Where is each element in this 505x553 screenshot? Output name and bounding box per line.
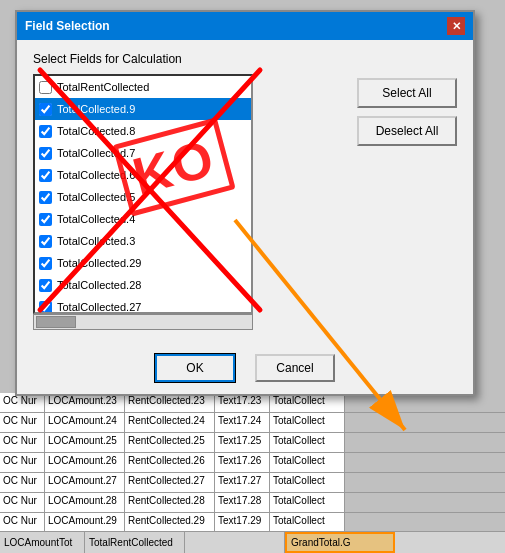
list-item-label-2: TotalCollected.8 [57,125,135,137]
list-item[interactable]: TotalCollected.5 [35,186,251,208]
list-item-label-1: TotalCollected.9 [57,103,135,115]
table-row: OC Nur LOCAmount.25 RentCollected.25 Tex… [0,433,505,453]
list-item-label-3: TotalCollected.7 [57,147,135,159]
dialog-footer: OK Cancel [17,342,473,394]
cell-rent-26: RentCollected.26 [125,453,215,472]
field-selection-dialog: Field Selection ✕ Select Fields for Calc… [15,10,475,396]
table-row: OC Nur LOCAmount.26 RentCollected.26 Tex… [0,453,505,473]
cell-rent-24: RentCollected.24 [125,413,215,432]
dialog-close-button[interactable]: ✕ [447,17,465,35]
select-all-button[interactable]: Select All [357,78,457,108]
list-item-checkbox-4[interactable] [39,169,52,182]
status-bar: LOCAmountTot TotalRentCollected GrandTot… [0,531,505,553]
list-item-checkbox-1[interactable] [39,103,52,116]
table-row: OC Nur LOCAmount.23 RentCollected.23 Tex… [0,393,505,413]
list-item-checkbox-5[interactable] [39,191,52,204]
button-panel: Select All Deselect All [357,74,457,330]
list-item[interactable]: TotalCollected.4 [35,208,251,230]
list-item-label-5: TotalCollected.5 [57,191,135,203]
table-row: OC Nur LOCAmount.27 RentCollected.27 Tex… [0,473,505,493]
cell-loc-25: LOCAmount.25 [45,433,125,452]
list-horizontal-scrollbar[interactable] [33,314,253,330]
cell-text-29: Text17.29 [215,513,270,532]
list-item-checkbox-7[interactable] [39,235,52,248]
status-grand-total: GrandTotal.G [285,532,395,553]
list-item-label-7: TotalCollected.3 [57,235,135,247]
cell-total-25: TotalCollect [270,433,345,452]
table-row: OC Nur LOCAmount.29 RentCollected.29 Tex… [0,513,505,533]
cell-total-26: TotalCollect [270,453,345,472]
list-item[interactable]: TotalCollected.27 [35,296,251,314]
cell-text-28: Text17.28 [215,493,270,512]
list-item[interactable]: TotalCollected.29 [35,252,251,274]
cell-rent-29: RentCollected.29 [125,513,215,532]
list-item-label-8: TotalCollected.29 [57,257,141,269]
cell-loc-24: LOCAmount.24 [45,413,125,432]
cancel-button[interactable]: Cancel [255,354,335,382]
list-item-label-10: TotalCollected.27 [57,301,141,313]
cell-rent-28: RentCollected.28 [125,493,215,512]
list-container: TotalRentCollected TotalCollected.9 Tota… [33,74,345,330]
cell-total-27: TotalCollect [270,473,345,492]
list-item-checkbox-9[interactable] [39,279,52,292]
list-item[interactable]: TotalCollected.7 [35,142,251,164]
cell-oc-4: OC Nur [0,453,45,472]
section-label: Select Fields for Calculation [33,52,457,66]
list-item-checkbox-10[interactable] [39,301,52,314]
list-item-label-0: TotalRentCollected [57,81,149,93]
cell-text-27: Text17.27 [215,473,270,492]
cell-rent-25: RentCollected.25 [125,433,215,452]
cell-text-25: Text17.25 [215,433,270,452]
list-item-label-6: TotalCollected.4 [57,213,135,225]
cell-loc-29: LOCAmount.29 [45,513,125,532]
dialog-content: TotalRentCollected TotalCollected.9 Tota… [33,74,457,330]
dialog-titlebar: Field Selection ✕ [17,12,473,40]
deselect-all-button[interactable]: Deselect All [357,116,457,146]
field-list-box[interactable]: TotalRentCollected TotalCollected.9 Tota… [33,74,253,314]
cell-text-26: Text17.26 [215,453,270,472]
status-rent-collected: TotalRentCollected [85,532,185,553]
list-item[interactable]: TotalRentCollected [35,76,251,98]
list-item-checkbox-3[interactable] [39,147,52,160]
cell-total-28: TotalCollect [270,493,345,512]
cell-total-29: TotalCollect [270,513,345,532]
list-item[interactable]: TotalCollected.8 [35,120,251,142]
dialog-title: Field Selection [25,19,110,33]
list-item-checkbox-6[interactable] [39,213,52,226]
spreadsheet-rows: OC Nur LOCAmount.23 RentCollected.23 Tex… [0,393,505,553]
cell-total-24: TotalCollect [270,413,345,432]
list-item[interactable]: TotalCollected.9 [35,98,251,120]
cell-oc-5: OC Nur [0,473,45,492]
list-item[interactable]: TotalCollected.6 [35,164,251,186]
list-item-checkbox-0[interactable] [39,81,52,94]
dialog-body: Select Fields for Calculation TotalRentC… [17,40,473,342]
cell-rent-27: RentCollected.27 [125,473,215,492]
cell-loc-26: LOCAmount.26 [45,453,125,472]
cell-oc-3: OC Nur [0,433,45,452]
cell-oc-7: OC Nur [0,513,45,532]
ok-button[interactable]: OK [155,354,235,382]
scroll-thumb[interactable] [36,316,76,328]
cell-oc-2: OC Nur [0,413,45,432]
list-item[interactable]: TotalCollected.28 [35,274,251,296]
list-item[interactable]: TotalCollected.3 [35,230,251,252]
status-empty [185,532,285,553]
list-item-label-9: TotalCollected.28 [57,279,141,291]
list-item-checkbox-8[interactable] [39,257,52,270]
table-row: OC Nur LOCAmount.28 RentCollected.28 Tex… [0,493,505,513]
cell-loc-28: LOCAmount.28 [45,493,125,512]
cell-text-24: Text17.24 [215,413,270,432]
status-loc-total: LOCAmountTot [0,532,85,553]
table-row: OC Nur LOCAmount.24 RentCollected.24 Tex… [0,413,505,433]
cell-loc-27: LOCAmount.27 [45,473,125,492]
list-item-checkbox-2[interactable] [39,125,52,138]
list-item-label-4: TotalCollected.6 [57,169,135,181]
cell-oc-6: OC Nur [0,493,45,512]
